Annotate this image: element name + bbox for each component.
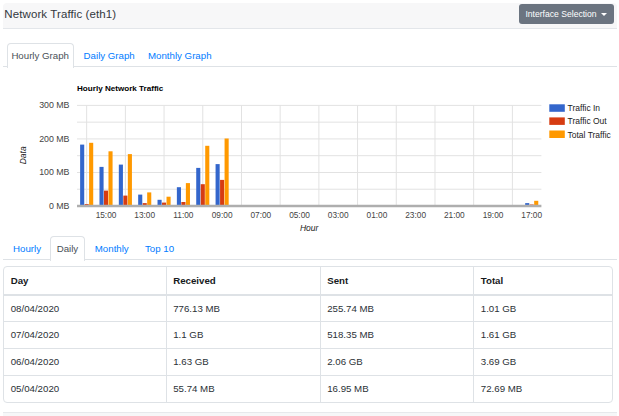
svg-text:Total Traffic: Total Traffic bbox=[568, 130, 612, 140]
svg-text:Data: Data bbox=[18, 146, 28, 164]
svg-text:01:00: 01:00 bbox=[367, 210, 388, 220]
svg-text:200 MB: 200 MB bbox=[39, 134, 69, 144]
svg-text:Hour: Hour bbox=[300, 223, 320, 233]
svg-text:11:00: 11:00 bbox=[173, 210, 194, 220]
svg-text:13:00: 13:00 bbox=[134, 210, 155, 220]
svg-text:19:00: 19:00 bbox=[483, 210, 504, 220]
svg-text:0 MB: 0 MB bbox=[49, 201, 70, 211]
svg-text:03:00: 03:00 bbox=[328, 210, 349, 220]
svg-text:Hourly Network Traffic: Hourly Network Traffic bbox=[77, 84, 164, 93]
svg-text:Traffic In: Traffic In bbox=[568, 103, 601, 113]
svg-text:23:00: 23:00 bbox=[405, 210, 426, 220]
svg-text:05:00: 05:00 bbox=[289, 210, 310, 220]
svg-text:100 MB: 100 MB bbox=[39, 167, 69, 177]
svg-text:300 MB: 300 MB bbox=[39, 100, 69, 110]
svg-text:17:00: 17:00 bbox=[521, 210, 542, 220]
svg-text:07:00: 07:00 bbox=[250, 210, 271, 220]
svg-text:15:00: 15:00 bbox=[96, 210, 117, 220]
svg-text:21:00: 21:00 bbox=[444, 210, 465, 220]
svg-text:09:00: 09:00 bbox=[212, 210, 233, 220]
svg-text:Traffic Out: Traffic Out bbox=[568, 116, 608, 126]
